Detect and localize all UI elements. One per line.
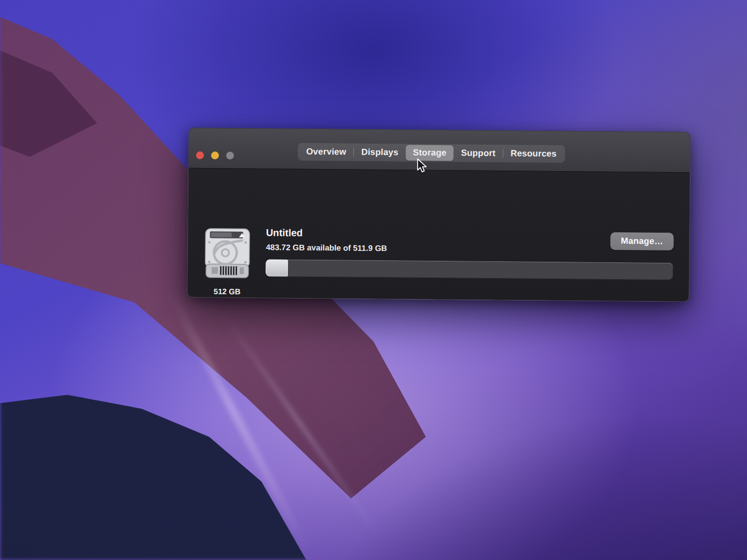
storage-usage-bar: [266, 259, 673, 280]
about-this-mac-window: Overview Displays Storage Support Resour…: [187, 128, 691, 302]
photographed-screen: Overview Displays Storage Support Resour…: [0, 0, 747, 560]
close-button[interactable]: [196, 151, 204, 159]
mouse-cursor-icon: [416, 158, 428, 174]
hard-drive-icon: [204, 228, 251, 279]
tab-displays[interactable]: Displays: [354, 145, 406, 161]
minimize-button[interactable]: [211, 151, 219, 159]
drive-capacity: 512 GB: [188, 286, 267, 298]
storage-availability-text: 483.72 GB available of 511.9 GB: [266, 243, 387, 253]
storage-bar-used: [266, 259, 288, 276]
manage-button[interactable]: Manage…: [611, 232, 674, 250]
zoom-button-disabled: [226, 151, 234, 159]
storage-pane: 512 GB Solid State SATA Drive Untitled 4…: [188, 169, 690, 302]
tab-support[interactable]: Support: [454, 145, 503, 161]
tab-bar: Overview Displays Storage Support Resour…: [298, 143, 565, 163]
volume-name: Untitled: [266, 227, 303, 239]
traffic-lights: [196, 151, 234, 160]
tab-resources[interactable]: Resources: [503, 146, 564, 162]
window-titlebar[interactable]: Overview Displays Storage Support Resour…: [189, 128, 690, 173]
tab-storage[interactable]: Storage: [406, 145, 454, 161]
tab-overview[interactable]: Overview: [299, 144, 353, 160]
